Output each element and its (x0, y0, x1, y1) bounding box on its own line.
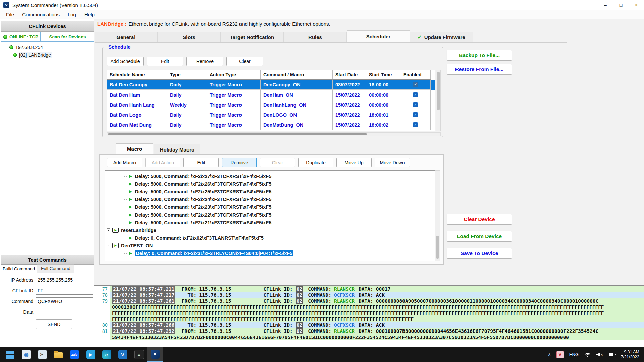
volume-muted-icon[interactable]: × (596, 353, 603, 357)
macro-action-item[interactable]: ▶Delay: 5000, Command: \xF2\x26\xF3TCFXR… (123, 180, 439, 188)
unikey-tray-icon[interactable]: V (556, 351, 564, 358)
macro-action-item[interactable]: ▶Delay: 5000, Command: \xF2\x22\xF3TCFXR… (123, 211, 439, 219)
remove-button[interactable]: Remove (222, 158, 257, 167)
minimize-button[interactable]: – (598, 0, 613, 10)
enabled-checkbox[interactable]: ✓ (413, 102, 418, 107)
device-tree-root[interactable]: - 192.68.8.254 (4, 45, 43, 50)
input-language-indicator[interactable]: ENG (569, 352, 579, 357)
table-row[interactable]: Bat Den Mat DungDailyTrigger MacroDenMat… (107, 120, 435, 130)
macro-action-item[interactable]: ▶Delay: 5000, Command: \xF2\x21\xF3TCFXR… (123, 219, 439, 226)
macro-action-item[interactable]: ▶Delay: 0, Command: \xF2\x31\xF3TRLYCON\… (123, 249, 439, 257)
taskbar-vscode-icon[interactable]: V (115, 347, 131, 362)
taskbar-console-app-icon[interactable]: ≡ (131, 347, 147, 362)
edit-button[interactable]: Edit (147, 57, 183, 66)
online-status-button[interactable]: ONLINE: TCP (1, 32, 41, 42)
schedule-table: Schedule NameTypeAction TypeCommand / Ma… (107, 70, 435, 131)
log-line-number: 80 (94, 322, 110, 328)
tree-connector (123, 191, 128, 192)
macro-list-vscrollbar[interactable] (435, 170, 440, 261)
table-row[interactable]: Bat Den CanopyDailyTrigger MacroDenCanop… (107, 80, 435, 90)
ip-address-input[interactable] (36, 276, 93, 284)
macro-action-item[interactable]: ▶Delay: 5000, Command: \xF2\x27\xF3TCFXR… (123, 172, 439, 180)
taskbar-snipping-tool-icon[interactable]: ✂ (34, 347, 50, 362)
command-input[interactable] (36, 297, 93, 305)
taskbar-start-icon[interactable] (2, 347, 18, 362)
taskbar-browser-icon[interactable]: ◉ (18, 347, 34, 362)
log-row[interactable]: 7721/07/22 08:57:47.211FROM:115.78.3.15C… (94, 286, 644, 292)
tab-target-notification[interactable]: Target Notification (221, 32, 284, 42)
macro-action-item[interactable]: ▶Delay: 0, Command: \xF2\x02\xF3TLANRST\… (123, 234, 439, 242)
save-to-device-button[interactable]: Save To Device (447, 248, 512, 259)
add-schedule-button[interactable]: Add Schedule (107, 57, 144, 66)
wifi-icon[interactable] (584, 352, 591, 357)
tab-full-command[interactable]: Full Command (37, 264, 74, 273)
backup-to-file-button[interactable]: Backup To File... (447, 50, 512, 61)
action-text: Delay: 5000, Command: \xF2\x24\xF3TCFXRS… (135, 197, 271, 202)
tab-macro[interactable]: Macro (116, 143, 153, 154)
table-row[interactable]: Bat Den Hanh LangWeeklyTrigger MacroDenH… (107, 100, 435, 110)
move-down-button[interactable]: Move Down (375, 158, 410, 167)
battery-icon[interactable] (608, 353, 615, 356)
enabled-checkbox[interactable]: ✓ (413, 112, 418, 117)
taskbar-file-explorer-icon[interactable] (50, 347, 66, 362)
macro-item[interactable]: -▶resetLanbridge (107, 226, 439, 234)
tray-chevron-up-icon[interactable]: ∧ (548, 352, 551, 357)
send-button[interactable]: SEND (36, 319, 72, 329)
log-row[interactable]: 7921/07/22 08:57:47.261FROM:115.78.3.15C… (94, 298, 644, 304)
taskbar-zalo-icon[interactable]: Zalo (66, 347, 83, 362)
macro-action-item[interactable]: ▶Delay: 5000, Command: \xF2\x25\xF3TCFXR… (123, 188, 439, 195)
duplicate-button[interactable]: Duplicate (298, 158, 333, 167)
restore-from-file-button[interactable]: Restore From File... (447, 64, 512, 75)
taskbar-system-commander-icon[interactable]: × (147, 347, 163, 362)
collapse-icon[interactable]: - (107, 228, 110, 232)
taskbar-edge-icon[interactable]: e (99, 347, 115, 362)
close-button[interactable]: × (629, 0, 644, 10)
move-up-button[interactable]: Move Up (336, 158, 372, 167)
device-tree-child[interactable]: [02] LANBridge (13, 52, 52, 58)
enabled-checkbox[interactable]: ✓ (413, 122, 418, 127)
tab-scheduler[interactable]: Scheduler (347, 30, 410, 42)
collapse-icon[interactable]: - (107, 244, 110, 247)
schedule-group: Schedule Add ScheduleEditRemoveClear Sch… (102, 47, 443, 137)
data-input[interactable] (36, 308, 93, 316)
remove-button[interactable]: Remove (186, 57, 223, 66)
edit-button[interactable]: Edit (183, 158, 219, 167)
table-row[interactable]: Bat Den LogoDailyTrigger MacroDenLOGO_ON… (107, 110, 435, 120)
macro-action-item[interactable]: ▶Delay: 5000, Command: \xF2\x23\xF3TCFXR… (123, 203, 439, 211)
tab-slots[interactable]: Slots (158, 32, 221, 42)
tree-connector (123, 199, 128, 200)
scrollbar-thumb[interactable] (108, 133, 367, 135)
clear-device-button[interactable]: Clear Device (447, 214, 512, 225)
log-row[interactable]: 8021/07/22 08:57:47.266TO:115.78.3.15CFL… (94, 322, 644, 328)
enabled-checkbox[interactable]: ✓ (413, 82, 418, 87)
collapse-icon[interactable]: - (4, 46, 7, 49)
clear-button[interactable]: Clear (226, 57, 263, 66)
scan-for-devices-button[interactable]: Scan for Devices (41, 32, 94, 42)
clock[interactable]: 9:31 AM 7/21/2022 (621, 350, 639, 360)
tab-build-command[interactable]: Build Command (1, 264, 37, 273)
macro-item[interactable]: -▶DenTEST_ON (107, 242, 439, 249)
menu-file[interactable]: File (2, 10, 18, 19)
menu-help[interactable]: Help (80, 10, 99, 19)
log-row[interactable]: 8121/07/22 08:57:47.292FROM:115.78.3.15C… (94, 328, 644, 334)
schedule-table-vscrollbar[interactable] (436, 70, 441, 131)
tab-update-firmware[interactable]: ✓Update Firmware (410, 32, 473, 42)
cflink-id-input[interactable] (36, 287, 93, 295)
schedule-table-hscrollbar[interactable] (107, 132, 441, 136)
tab-rules[interactable]: Rules (284, 32, 347, 42)
tab-general[interactable]: General (95, 32, 158, 42)
maximize-button[interactable]: □ (613, 0, 629, 10)
log-row[interactable]: 7821/07/22 08:57:47.217TO:115.78.3.15CFL… (94, 292, 644, 298)
menu-communications[interactable]: Communications (18, 10, 64, 19)
scrollbar-thumb[interactable] (437, 72, 440, 110)
tab-holiday-macro[interactable]: Holiday Macro (154, 144, 200, 155)
load-from-device-button[interactable]: Load From Device (447, 231, 512, 242)
taskbar-telegram-icon[interactable]: ▶ (83, 347, 99, 362)
menu-log[interactable]: Log (64, 10, 80, 19)
enabled-checkbox[interactable]: ✓ (413, 92, 418, 97)
scrollbar-thumb[interactable] (436, 236, 439, 259)
macro-action-item[interactable]: ▶Delay: 5000, Command: \xF2\x24\xF3TCFXR… (123, 195, 439, 203)
enabled-cell: ✓ (400, 90, 431, 100)
add-macro-button[interactable]: Add Macro (107, 158, 142, 167)
table-row[interactable]: Bat Den HamDailyTrigger MacroDenHam_ON15… (107, 90, 435, 100)
